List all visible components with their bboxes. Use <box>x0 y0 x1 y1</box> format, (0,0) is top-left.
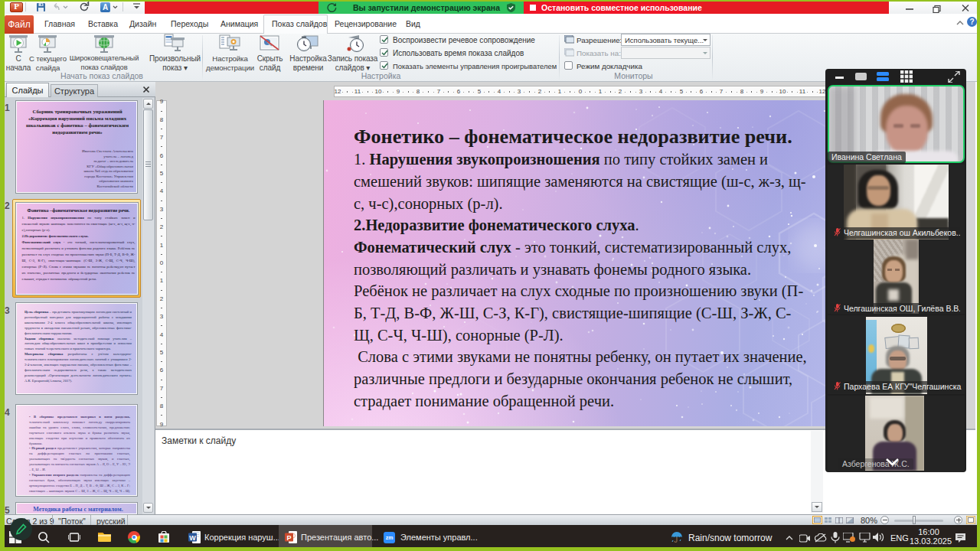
svg-text:P: P <box>286 534 291 542</box>
svg-text:W: W <box>189 534 196 542</box>
